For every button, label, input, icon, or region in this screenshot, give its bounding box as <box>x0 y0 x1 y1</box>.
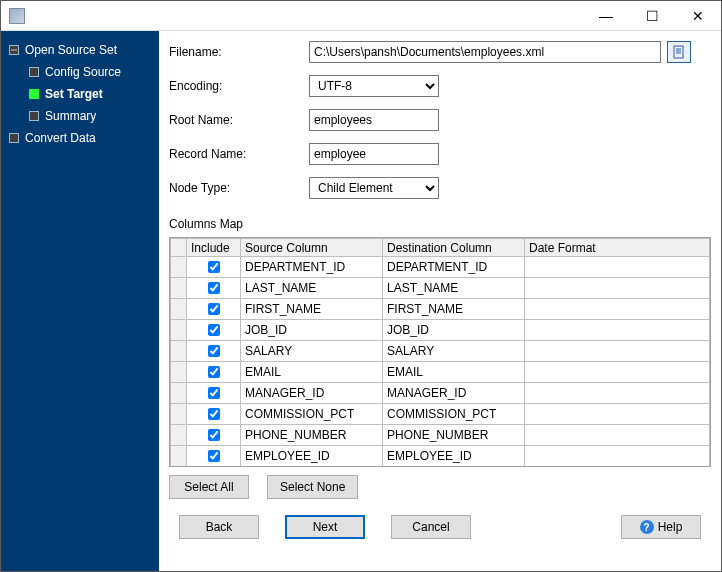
filename-input[interactable] <box>309 41 661 63</box>
sidebar-item-config-source[interactable]: Config Source <box>1 61 159 83</box>
cell-date-format[interactable] <box>525 299 710 320</box>
cell-include[interactable] <box>187 404 241 425</box>
cell-include[interactable] <box>187 383 241 404</box>
select-all-button[interactable]: Select All <box>169 475 249 499</box>
maximize-button[interactable]: ☐ <box>629 1 675 31</box>
table-row[interactable]: PHONE_NUMBERPHONE_NUMBER <box>171 425 710 446</box>
cell-include[interactable] <box>187 257 241 278</box>
cell-source-column[interactable]: PHONE_NUMBER <box>241 425 383 446</box>
table-row[interactable]: EMAILEMAIL <box>171 362 710 383</box>
cell-destination-column[interactable]: JOB_ID <box>383 320 525 341</box>
cell-include[interactable] <box>187 341 241 362</box>
cell-source-column[interactable]: LAST_NAME <box>241 278 383 299</box>
grid-corner <box>171 239 187 257</box>
row-header <box>171 299 187 320</box>
row-header <box>171 383 187 404</box>
help-label: Help <box>658 520 683 534</box>
cell-source-column[interactable]: COMMISSION_PCT <box>241 404 383 425</box>
cell-source-column[interactable]: FIRST_NAME <box>241 299 383 320</box>
cell-include[interactable] <box>187 425 241 446</box>
sidebar-root-open-source-set[interactable]: Open Source Set <box>1 39 159 61</box>
table-row[interactable]: SALARYSALARY <box>171 341 710 362</box>
include-checkbox[interactable] <box>208 303 220 315</box>
cell-destination-column[interactable]: EMPLOYEE_ID <box>383 446 525 467</box>
cell-destination-column[interactable]: LAST_NAME <box>383 278 525 299</box>
include-checkbox[interactable] <box>208 450 220 462</box>
include-checkbox[interactable] <box>208 261 220 273</box>
include-checkbox[interactable] <box>208 387 220 399</box>
cell-source-column[interactable]: EMAIL <box>241 362 383 383</box>
columns-map-grid[interactable]: Include Source Column Destination Column… <box>169 237 711 467</box>
cell-include[interactable] <box>187 278 241 299</box>
cell-date-format[interactable] <box>525 341 710 362</box>
cell-date-format[interactable] <box>525 257 710 278</box>
row-header <box>171 341 187 362</box>
cell-date-format[interactable] <box>525 404 710 425</box>
cell-destination-column[interactable]: SALARY <box>383 341 525 362</box>
table-row[interactable]: JOB_IDJOB_ID <box>171 320 710 341</box>
col-header-source[interactable]: Source Column <box>241 239 383 257</box>
include-checkbox[interactable] <box>208 345 220 357</box>
cell-include[interactable] <box>187 299 241 320</box>
close-button[interactable]: ✕ <box>675 1 721 31</box>
include-checkbox[interactable] <box>208 324 220 336</box>
document-icon <box>672 45 686 59</box>
tree-collapse-icon[interactable] <box>9 45 19 55</box>
help-button[interactable]: ?Help <box>621 515 701 539</box>
node-type-label: Node Type: <box>169 181 309 195</box>
select-none-button[interactable]: Select None <box>267 475 358 499</box>
table-row[interactable]: LAST_NAMELAST_NAME <box>171 278 710 299</box>
col-header-include[interactable]: Include <box>187 239 241 257</box>
cell-destination-column[interactable]: COMMISSION_PCT <box>383 404 525 425</box>
cell-destination-column[interactable]: FIRST_NAME <box>383 299 525 320</box>
record-name-input[interactable] <box>309 143 439 165</box>
sidebar-root-convert-data[interactable]: Convert Data <box>1 127 159 149</box>
table-row[interactable]: MANAGER_IDMANAGER_ID <box>171 383 710 404</box>
include-checkbox[interactable] <box>208 408 220 420</box>
table-row[interactable]: COMMISSION_PCTCOMMISSION_PCT <box>171 404 710 425</box>
cell-date-format[interactable] <box>525 320 710 341</box>
cell-destination-column[interactable]: DEPARTMENT_ID <box>383 257 525 278</box>
cell-destination-column[interactable]: MANAGER_ID <box>383 383 525 404</box>
sidebar-item-label: Set Target <box>45 87 103 101</box>
cell-destination-column[interactable]: PHONE_NUMBER <box>383 425 525 446</box>
col-header-dest[interactable]: Destination Column <box>383 239 525 257</box>
record-name-label: Record Name: <box>169 147 309 161</box>
cell-source-column[interactable]: SALARY <box>241 341 383 362</box>
sidebar-item-summary[interactable]: Summary <box>1 105 159 127</box>
cell-date-format[interactable] <box>525 383 710 404</box>
include-checkbox[interactable] <box>208 366 220 378</box>
row-header <box>171 362 187 383</box>
sidebar-item-set-target[interactable]: Set Target <box>1 83 159 105</box>
next-button[interactable]: Next <box>285 515 365 539</box>
cell-date-format[interactable] <box>525 425 710 446</box>
encoding-select[interactable]: UTF-8 <box>309 75 439 97</box>
cell-date-format[interactable] <box>525 278 710 299</box>
cell-destination-column[interactable]: EMAIL <box>383 362 525 383</box>
cell-source-column[interactable]: JOB_ID <box>241 320 383 341</box>
include-checkbox[interactable] <box>208 282 220 294</box>
cell-source-column[interactable]: MANAGER_ID <box>241 383 383 404</box>
browse-file-button[interactable] <box>667 41 691 63</box>
cell-source-column[interactable]: EMPLOYEE_ID <box>241 446 383 467</box>
cell-source-column[interactable]: DEPARTMENT_ID <box>241 257 383 278</box>
table-row[interactable]: DEPARTMENT_IDDEPARTMENT_ID <box>171 257 710 278</box>
wizard-window: — ☐ ✕ Open Source Set Config SourceSet T… <box>0 0 722 572</box>
main-pane: Filename: Encoding: UTF-8 R <box>159 31 721 571</box>
row-header <box>171 278 187 299</box>
include-checkbox[interactable] <box>208 429 220 441</box>
node-type-select[interactable]: Child Element <box>309 177 439 199</box>
cell-include[interactable] <box>187 320 241 341</box>
cell-include[interactable] <box>187 446 241 467</box>
col-header-datefmt[interactable]: Date Format <box>525 239 710 257</box>
root-name-input[interactable] <box>309 109 439 131</box>
table-row[interactable]: EMPLOYEE_IDEMPLOYEE_ID <box>171 446 710 467</box>
cancel-button[interactable]: Cancel <box>391 515 471 539</box>
cell-date-format[interactable] <box>525 362 710 383</box>
back-button[interactable]: Back <box>179 515 259 539</box>
table-row[interactable]: FIRST_NAMEFIRST_NAME <box>171 299 710 320</box>
columns-map-title: Columns Map <box>169 217 711 231</box>
minimize-button[interactable]: — <box>583 1 629 31</box>
cell-date-format[interactable] <box>525 446 710 467</box>
cell-include[interactable] <box>187 362 241 383</box>
